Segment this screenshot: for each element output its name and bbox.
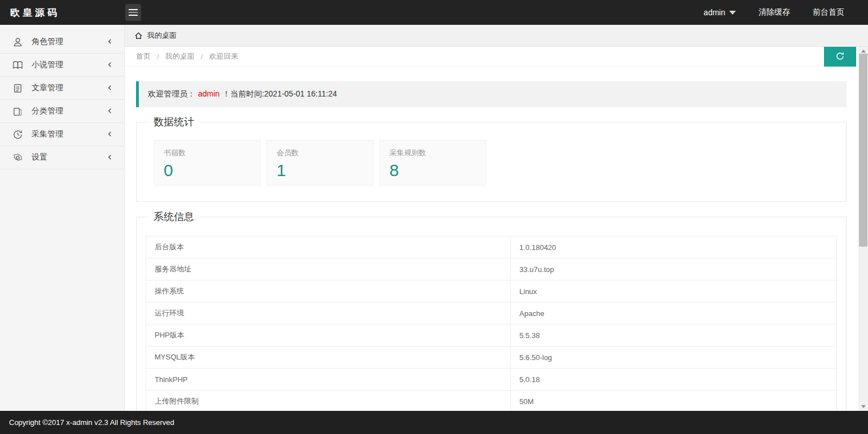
main-area: 我的桌面 首页 / 我的桌面 / 欢迎回来 欢迎管理员：admin！当前时间:2… <box>125 25 868 411</box>
sidebar-item-categories[interactable]: 分类管理 <box>0 100 124 123</box>
sidebar-item-novels[interactable]: 小说管理 <box>0 54 124 77</box>
welcome-middle: ！当前时间: <box>222 89 264 98</box>
welcome-alert: 欢迎管理员：admin！当前时间:2021-05-01 16:11:24 <box>136 81 847 107</box>
topbar: 欧皇源码 admin 清除缓存 前台首页 <box>0 0 868 25</box>
sidebar-item-label: 分类管理 <box>32 106 63 116</box>
sidebar-item-collect[interactable]: 采集管理 <box>0 123 124 146</box>
triangle-up-icon <box>861 50 866 52</box>
sidebar-item-articles[interactable]: 文章管理 <box>0 77 124 100</box>
chevron-left-icon <box>107 130 113 139</box>
menu-icon <box>129 9 138 10</box>
chevron-left-icon <box>107 60 113 69</box>
info-label-cell: 后台版本 <box>146 236 511 258</box>
home-icon <box>134 32 143 40</box>
breadcrumb-separator: / <box>201 52 203 61</box>
table-row: ThinkPHP 5.0.18 <box>146 369 837 391</box>
app-logo: 欧皇源码 <box>0 6 125 19</box>
table-row: 服务器地址 33.u7u.top <box>146 258 837 280</box>
stat-card-books: 书籍数 0 <box>154 140 261 186</box>
table-row: MYSQL版本 5.6.50-log <box>146 347 837 369</box>
info-value-cell: 5.6.50-log <box>511 347 837 369</box>
info-value-cell: Apache <box>511 303 837 325</box>
refresh-button[interactable] <box>824 47 856 67</box>
table-row: PHP版本 5.5.38 <box>146 325 837 347</box>
info-value-cell: Linux <box>511 280 837 303</box>
tab-my-desktop[interactable]: 我的桌面 <box>134 30 177 41</box>
chevron-down-icon <box>729 11 736 15</box>
breadcrumb-separator: / <box>157 52 159 61</box>
info-value-cell: 5.0.18 <box>511 369 837 391</box>
system-info-title: 系统信息 <box>148 210 200 223</box>
tabbar: 我的桌面 <box>125 25 868 47</box>
stats-section: 数据统计 书籍数 0 会员数 1 采集规则数 8 <box>136 115 847 202</box>
breadcrumb: 首页 / 我的桌面 / 欢迎回来 <box>125 47 868 67</box>
system-info-section: 系统信息 后台版本 1.0.180420 服务器地址 33.u7u.top <box>136 210 847 411</box>
table-row: 上传附件限制 50M <box>146 391 837 411</box>
stats-title: 数据统计 <box>148 115 200 129</box>
scrollbar-thumb[interactable] <box>859 54 867 247</box>
sidebar-item-label: 角色管理 <box>32 37 63 47</box>
stat-value: 0 <box>164 161 260 180</box>
collect-icon <box>12 129 23 140</box>
sidebar-item-roles[interactable]: 角色管理 <box>0 30 124 54</box>
chevron-left-icon <box>107 37 113 46</box>
clear-cache-link[interactable]: 清除缓存 <box>759 7 790 17</box>
info-label-cell: 上传附件限制 <box>146 391 511 411</box>
category-icon <box>12 106 23 117</box>
sidebar-item-label: 小说管理 <box>32 60 63 70</box>
refresh-icon <box>835 51 845 63</box>
chevron-left-icon <box>107 107 113 116</box>
info-label-cell: ThinkPHP <box>146 369 511 391</box>
info-value-cell: 5.5.38 <box>511 325 837 347</box>
user-icon <box>12 37 23 47</box>
stat-label: 采集规则数 <box>389 148 486 158</box>
stats-cards: 书籍数 0 会员数 1 采集规则数 8 <box>137 129 846 201</box>
triangle-down-icon <box>861 405 866 408</box>
chevron-left-icon <box>107 84 113 93</box>
sidebar: 角色管理 小说管理 文章管理 <box>0 25 125 411</box>
stat-value: 8 <box>389 161 486 180</box>
welcome-prefix: 欢迎管理员： <box>148 89 195 98</box>
table-row: 运行环境 Apache <box>146 303 837 325</box>
sidebar-item-label: 采集管理 <box>32 129 63 139</box>
scroll-down-button[interactable] <box>858 402 868 411</box>
footer: Copyright ©2017 x-admin v2.3 All Rights … <box>0 411 868 434</box>
info-label-cell: PHP版本 <box>146 325 511 347</box>
stat-label: 会员数 <box>277 148 373 158</box>
welcome-time: 2021-05-01 16:11:24 <box>264 89 337 98</box>
breadcrumb-desktop[interactable]: 我的桌面 <box>165 51 195 62</box>
chevron-left-icon <box>107 153 113 162</box>
vertical-scrollbar[interactable] <box>858 47 868 411</box>
user-dropdown[interactable]: admin <box>704 8 736 17</box>
info-label-cell: MYSQL版本 <box>146 347 511 369</box>
sidebar-menu: 角色管理 小说管理 文章管理 <box>0 30 124 169</box>
menu-toggle-button[interactable] <box>125 4 141 21</box>
table-row: 后台版本 1.0.180420 <box>146 236 837 258</box>
breadcrumb-home[interactable]: 首页 <box>136 51 151 62</box>
system-info-table: 后台版本 1.0.180420 服务器地址 33.u7u.top 操作系统 Li… <box>146 236 837 411</box>
copyright-text: Copyright ©2017 x-admin v2.3 All Rights … <box>9 418 174 427</box>
info-value-cell: 33.u7u.top <box>511 258 837 280</box>
table-row: 操作系统 Linux <box>146 280 837 303</box>
sidebar-item-label: 设置 <box>32 152 47 163</box>
username-label: admin <box>704 8 725 17</box>
stat-card-rules: 采集规则数 8 <box>379 140 486 186</box>
system-info-body: 后台版本 1.0.180420 服务器地址 33.u7u.top 操作系统 Li… <box>137 223 846 411</box>
sidebar-item-label: 文章管理 <box>32 83 63 93</box>
front-home-link[interactable]: 前台首页 <box>813 7 844 17</box>
breadcrumb-current: 欢迎回来 <box>209 51 238 62</box>
stat-card-members: 会员数 1 <box>266 140 374 186</box>
info-value-cell: 50M <box>511 391 837 411</box>
gear-icon <box>12 152 23 163</box>
book-icon <box>12 60 23 71</box>
article-icon <box>12 83 23 94</box>
info-label-cell: 运行环境 <box>146 303 511 325</box>
stat-value: 1 <box>277 161 373 180</box>
page-content: 欢迎管理员：admin！当前时间:2021-05-01 16:11:24 数据统… <box>125 67 858 411</box>
topbar-right: admin 清除缓存 前台首页 <box>704 7 868 17</box>
tab-label: 我的桌面 <box>147 30 177 41</box>
welcome-username: admin <box>198 89 220 98</box>
sidebar-item-settings[interactable]: 设置 <box>0 146 124 169</box>
info-value-cell: 1.0.180420 <box>511 236 837 258</box>
info-label-cell: 服务器地址 <box>146 258 511 280</box>
